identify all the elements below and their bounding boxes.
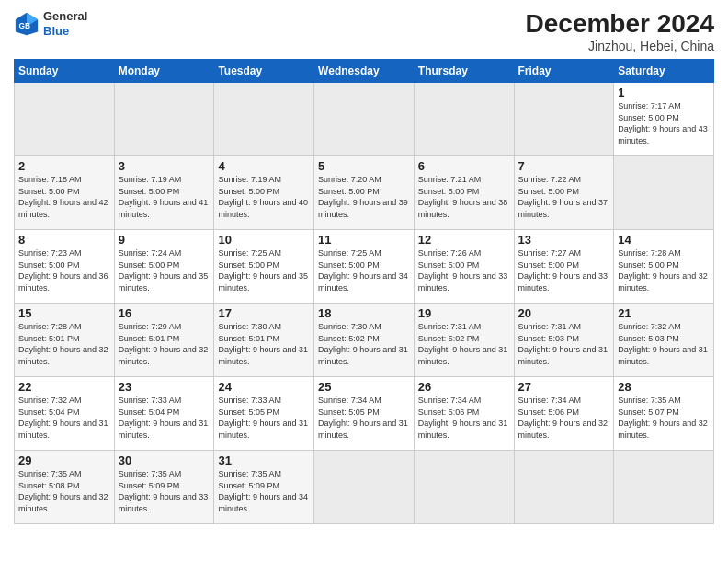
month-title: December 2024 (526, 9, 714, 39)
day-info: Sunrise: 7:18 AM Sunset: 5:00 PM Dayligh… (18, 174, 110, 220)
day-info: Sunrise: 7:35 AM Sunset: 5:08 PM Dayligh… (18, 468, 110, 514)
calendar-cell: 14Sunrise: 7:28 AM Sunset: 5:00 PM Dayli… (614, 230, 714, 304)
calendar-table: SundayMondayTuesdayWednesdayThursdayFrid… (14, 59, 714, 524)
logo-icon: GB (14, 11, 40, 37)
day-number: 18 (318, 306, 410, 320)
calendar-cell (15, 83, 115, 156)
weekday-friday: Friday (514, 60, 614, 83)
calendar-cell (214, 83, 314, 156)
calendar-cell: 3Sunrise: 7:19 AM Sunset: 5:00 PM Daylig… (114, 156, 214, 230)
day-number: 2 (18, 159, 110, 173)
day-info: Sunrise: 7:30 AM Sunset: 5:01 PM Dayligh… (218, 321, 310, 367)
day-info: Sunrise: 7:34 AM Sunset: 5:06 PM Dayligh… (418, 395, 510, 441)
day-info: Sunrise: 7:34 AM Sunset: 5:05 PM Dayligh… (318, 395, 410, 441)
weekday-tuesday: Tuesday (214, 60, 314, 83)
calendar-cell: 29Sunrise: 7:35 AM Sunset: 5:08 PM Dayli… (15, 451, 115, 524)
day-number: 9 (119, 233, 210, 247)
calendar-cell (414, 83, 514, 156)
calendar-cell: 6Sunrise: 7:21 AM Sunset: 5:00 PM Daylig… (414, 156, 514, 230)
title-block: December 2024 Jinzhou, Hebei, China (526, 9, 714, 53)
day-number: 3 (119, 159, 210, 173)
day-info: Sunrise: 7:27 AM Sunset: 5:00 PM Dayligh… (518, 247, 610, 293)
calendar-cell: 13Sunrise: 7:27 AM Sunset: 5:00 PM Dayli… (514, 230, 614, 304)
svg-text:GB: GB (19, 20, 31, 29)
day-info: Sunrise: 7:19 AM Sunset: 5:00 PM Dayligh… (119, 174, 210, 220)
day-info: Sunrise: 7:35 AM Sunset: 5:09 PM Dayligh… (119, 468, 210, 514)
day-info: Sunrise: 7:32 AM Sunset: 5:04 PM Dayligh… (18, 395, 110, 441)
day-number: 10 (218, 233, 310, 247)
weekday-monday: Monday (114, 60, 214, 83)
logo: GB General Blue (14, 9, 87, 38)
day-number: 26 (418, 380, 510, 394)
calendar-cell: 12Sunrise: 7:26 AM Sunset: 5:00 PM Dayli… (414, 230, 514, 304)
day-info: Sunrise: 7:34 AM Sunset: 5:06 PM Dayligh… (518, 395, 610, 441)
calendar-cell: 26Sunrise: 7:34 AM Sunset: 5:06 PM Dayli… (414, 377, 514, 451)
day-number: 29 (18, 454, 110, 467)
calendar-cell: 30Sunrise: 7:35 AM Sunset: 5:09 PM Dayli… (114, 451, 214, 524)
calendar-cell: 28Sunrise: 7:35 AM Sunset: 5:07 PM Dayli… (614, 377, 714, 451)
day-number: 21 (618, 306, 710, 320)
calendar-cell: 5Sunrise: 7:20 AM Sunset: 5:00 PM Daylig… (314, 156, 415, 230)
day-number: 30 (119, 454, 210, 467)
calendar-cell: 31Sunrise: 7:35 AM Sunset: 5:09 PM Dayli… (214, 451, 314, 524)
day-number: 25 (318, 380, 410, 394)
calendar-cell: 27Sunrise: 7:34 AM Sunset: 5:06 PM Dayli… (514, 377, 614, 451)
day-number: 15 (18, 306, 110, 320)
day-info: Sunrise: 7:17 AM Sunset: 5:00 PM Dayligh… (618, 100, 710, 146)
day-number: 7 (518, 159, 610, 173)
calendar-cell (314, 83, 415, 156)
day-info: Sunrise: 7:29 AM Sunset: 5:01 PM Dayligh… (119, 321, 210, 367)
day-number: 1 (618, 86, 710, 99)
calendar-cell: 19Sunrise: 7:31 AM Sunset: 5:02 PM Dayli… (414, 304, 514, 377)
calendar-cell: 24Sunrise: 7:33 AM Sunset: 5:05 PM Dayli… (214, 377, 314, 451)
day-number: 12 (418, 233, 510, 247)
calendar-cell: 8Sunrise: 7:23 AM Sunset: 5:00 PM Daylig… (15, 230, 115, 304)
day-number: 19 (418, 306, 510, 320)
day-info: Sunrise: 7:25 AM Sunset: 5:00 PM Dayligh… (218, 247, 310, 293)
weekday-header-row: SundayMondayTuesdayWednesdayThursdayFrid… (15, 60, 714, 83)
calendar-cell: 10Sunrise: 7:25 AM Sunset: 5:00 PM Dayli… (214, 230, 314, 304)
day-number: 4 (218, 159, 310, 173)
day-info: Sunrise: 7:31 AM Sunset: 5:03 PM Dayligh… (518, 321, 610, 367)
week-row-6: 29Sunrise: 7:35 AM Sunset: 5:08 PM Dayli… (15, 451, 714, 524)
day-number: 13 (518, 233, 610, 247)
calendar-cell: 1Sunrise: 7:17 AM Sunset: 5:00 PM Daylig… (614, 83, 714, 156)
calendar-cell: 22Sunrise: 7:32 AM Sunset: 5:04 PM Dayli… (15, 377, 115, 451)
weekday-thursday: Thursday (414, 60, 514, 83)
day-info: Sunrise: 7:19 AM Sunset: 5:00 PM Dayligh… (218, 174, 310, 220)
day-info: Sunrise: 7:33 AM Sunset: 5:05 PM Dayligh… (218, 395, 310, 441)
day-number: 6 (418, 159, 510, 173)
day-info: Sunrise: 7:31 AM Sunset: 5:02 PM Dayligh… (418, 321, 510, 367)
page-container: GB General Blue December 2024 Jinzhou, H… (0, 0, 728, 563)
day-info: Sunrise: 7:35 AM Sunset: 5:09 PM Dayligh… (218, 468, 310, 514)
day-number: 17 (218, 306, 310, 320)
week-row-4: 15Sunrise: 7:28 AM Sunset: 5:01 PM Dayli… (15, 304, 714, 377)
calendar-cell (514, 451, 614, 524)
day-info: Sunrise: 7:28 AM Sunset: 5:01 PM Dayligh… (18, 321, 110, 367)
calendar-cell (614, 451, 714, 524)
calendar-cell: 4Sunrise: 7:19 AM Sunset: 5:00 PM Daylig… (214, 156, 314, 230)
day-number: 5 (318, 159, 410, 173)
day-info: Sunrise: 7:35 AM Sunset: 5:07 PM Dayligh… (618, 395, 710, 441)
day-number: 11 (318, 233, 410, 247)
day-info: Sunrise: 7:33 AM Sunset: 5:04 PM Dayligh… (119, 395, 210, 441)
calendar-cell: 7Sunrise: 7:22 AM Sunset: 5:00 PM Daylig… (514, 156, 614, 230)
calendar-cell: 25Sunrise: 7:34 AM Sunset: 5:05 PM Dayli… (314, 377, 415, 451)
week-row-5: 22Sunrise: 7:32 AM Sunset: 5:04 PM Dayli… (15, 377, 714, 451)
week-row-1: 1Sunrise: 7:17 AM Sunset: 5:00 PM Daylig… (15, 83, 714, 156)
calendar-cell: 2Sunrise: 7:18 AM Sunset: 5:00 PM Daylig… (15, 156, 115, 230)
calendar-cell: 15Sunrise: 7:28 AM Sunset: 5:01 PM Dayli… (15, 304, 115, 377)
day-number: 20 (518, 306, 610, 320)
location: Jinzhou, Hebei, China (526, 39, 714, 53)
day-info: Sunrise: 7:21 AM Sunset: 5:00 PM Dayligh… (418, 174, 510, 220)
calendar-cell (514, 83, 614, 156)
day-number: 8 (18, 233, 110, 247)
page-header: GB General Blue December 2024 Jinzhou, H… (14, 9, 714, 53)
day-number: 28 (618, 380, 710, 394)
calendar-cell (614, 156, 714, 230)
calendar-cell: 17Sunrise: 7:30 AM Sunset: 5:01 PM Dayli… (214, 304, 314, 377)
calendar-cell: 16Sunrise: 7:29 AM Sunset: 5:01 PM Dayli… (114, 304, 214, 377)
weekday-saturday: Saturday (614, 60, 714, 83)
logo-blue: Blue (43, 24, 87, 39)
week-row-2: 2Sunrise: 7:18 AM Sunset: 5:00 PM Daylig… (15, 156, 714, 230)
